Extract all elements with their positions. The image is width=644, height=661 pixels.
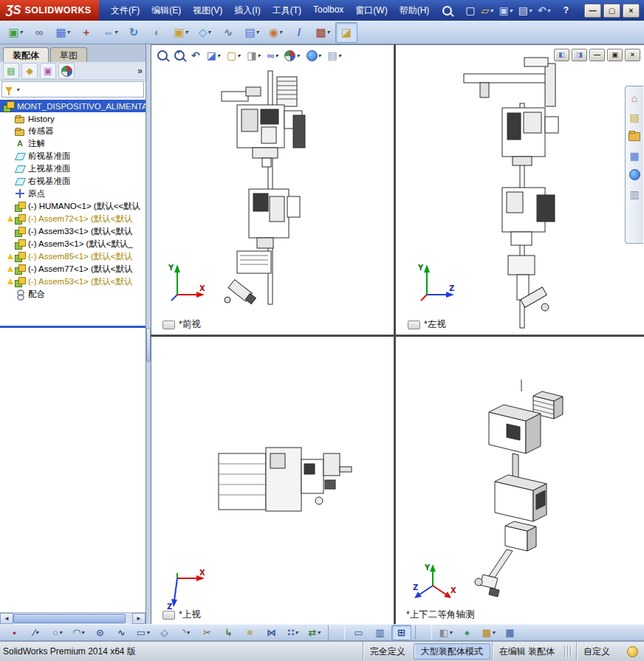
customize-menu[interactable]: 自定义 bbox=[576, 642, 617, 661]
dropdown-arrow-icon[interactable]: ▾ bbox=[449, 629, 452, 636]
tree-item-front-plane[interactable]: 前视基准面 bbox=[0, 150, 145, 162]
dropdown-arrow-icon[interactable]: ▾ bbox=[317, 629, 320, 636]
scrollbar-thumb[interactable] bbox=[13, 614, 126, 623]
view-settings-icon[interactable]: ▤▾ bbox=[327, 48, 342, 63]
dropdown-arrow-icon[interactable]: ▾ bbox=[217, 52, 220, 59]
dropdown-arrow-icon[interactable]: ▾ bbox=[295, 629, 298, 636]
bill-of-materials-icon[interactable]: ▤▾ bbox=[241, 22, 263, 43]
viewport-front[interactable]: Y X *前视 bbox=[151, 44, 394, 335]
help-button[interactable]: ? bbox=[564, 5, 569, 16]
open-icon[interactable]: ▱▾ bbox=[480, 4, 495, 16]
dropdown-arrow-icon[interactable]: ▾ bbox=[275, 52, 278, 59]
sketch-rectangle-icon[interactable]: ▭▾ bbox=[133, 625, 153, 640]
design-library-icon[interactable]: ▤ bbox=[628, 110, 642, 124]
file-explorer-icon[interactable] bbox=[628, 129, 642, 143]
dropdown-arrow-icon[interactable]: ▾ bbox=[492, 629, 495, 636]
dropdown-arrow-icon[interactable]: ▾ bbox=[318, 52, 321, 59]
tree-item-origin[interactable]: 原点 bbox=[0, 188, 145, 200]
view-palette-icon[interactable]: ▦ bbox=[628, 148, 642, 162]
dropdown-arrow-icon[interactable]: ▾ bbox=[338, 52, 341, 59]
instant3d-icon[interactable]: ◪▾ bbox=[335, 22, 357, 43]
dropdown-arrow-icon[interactable]: ▾ bbox=[146, 629, 149, 636]
mirror-entities-icon[interactable]: ⋈▾ bbox=[261, 625, 281, 640]
smart-fasteners-icon[interactable]: +▾ bbox=[75, 22, 97, 43]
move-component-icon[interactable]: ⇔▾ bbox=[99, 22, 121, 43]
dropdown-arrow-icon[interactable]: ▾ bbox=[187, 629, 190, 636]
assembly-features-icon[interactable]: ▣▾ bbox=[170, 22, 192, 43]
new-document-icon[interactable]: ▢▾ bbox=[464, 4, 476, 16]
viewport-left[interactable]: Y Z *左视 bbox=[396, 44, 644, 335]
tree-item-assem72[interactable]: (-) Assem72<1> (默认<默认 bbox=[0, 213, 145, 225]
dropdown-arrow-icon[interactable]: ▾ bbox=[490, 7, 493, 14]
sketch-line-icon[interactable]: ∕▾ bbox=[26, 625, 46, 640]
quick-tips-icon[interactable] bbox=[627, 646, 638, 657]
menu-insert[interactable]: 插入(I) bbox=[228, 1, 266, 20]
split-right-button[interactable]: ◨ bbox=[572, 49, 587, 61]
grid-button[interactable]: ▦▾ bbox=[500, 625, 520, 640]
displaymanager-tab-icon[interactable] bbox=[58, 63, 75, 79]
dropdown-arrow-icon[interactable]: ▾ bbox=[185, 29, 188, 35]
appearances-icon[interactable] bbox=[628, 168, 642, 182]
sketch-arc-icon[interactable]: ◠▾ bbox=[69, 625, 89, 640]
undo-icon[interactable]: ↶▾ bbox=[536, 4, 552, 16]
menu-window[interactable]: 窗口(W) bbox=[349, 1, 393, 20]
sketch-spline-icon[interactable]: ∿▾ bbox=[112, 625, 131, 640]
menu-toolbox[interactable]: Toolbox bbox=[307, 1, 349, 20]
explode-line-sketch-icon[interactable]: /▾ bbox=[288, 22, 310, 43]
propertymanager-tab-icon[interactable]: ◆ bbox=[21, 63, 38, 79]
tree-item-assem85[interactable]: (-) Assem85<1> (默认<默认 bbox=[0, 250, 145, 263]
interference-detection-icon[interactable]: ▩▾ bbox=[312, 22, 334, 43]
tree-item-assem53[interactable]: (-) Assem53<1> (默认<默认 bbox=[0, 275, 145, 288]
panel-horizontal-scrollbar[interactable]: ◄ ► bbox=[0, 612, 145, 624]
dropdown-arrow-icon[interactable]: ▾ bbox=[20, 29, 23, 35]
tree-item-right-plane[interactable]: 右视基准面 bbox=[0, 175, 145, 188]
dropdown-arrow-icon[interactable]: ▾ bbox=[296, 52, 299, 59]
scroll-right-arrow[interactable]: ► bbox=[132, 613, 145, 624]
dropdown-arrow-icon[interactable]: ▾ bbox=[547, 7, 550, 14]
view-orientation-icon[interactable]: ▢▾ bbox=[226, 48, 241, 63]
zoom-to-fit-icon[interactable]: ▾ bbox=[157, 48, 168, 63]
four-view-button[interactable]: ⊞▾ bbox=[391, 625, 411, 640]
exploded-view-icon[interactable]: ◉▾ bbox=[264, 22, 287, 43]
minimize-document-button[interactable]: — bbox=[589, 49, 605, 61]
save-icon[interactable]: ▣▾ bbox=[497, 4, 513, 16]
convert-entities-icon[interactable]: ↳▾ bbox=[219, 625, 239, 640]
restore-document-button[interactable]: ▣ bbox=[607, 49, 623, 61]
dropdown-arrow-icon[interactable]: ▾ bbox=[327, 29, 330, 35]
split-left-button[interactable]: ◧ bbox=[554, 49, 569, 61]
linear-component-pattern-icon[interactable]: ▦▾ bbox=[52, 22, 74, 43]
trim-entities-icon[interactable]: ✂▾ bbox=[197, 625, 217, 640]
tree-filter[interactable]: ▾ bbox=[1, 81, 144, 97]
scrollbar-track[interactable] bbox=[126, 613, 132, 624]
featuremanager-tab-icon[interactable]: ▤ bbox=[3, 63, 19, 79]
panel-overflow-button[interactable]: » bbox=[137, 66, 143, 76]
print-icon[interactable]: ▤▾ bbox=[517, 4, 533, 16]
tree-item-humano[interactable]: (-) HUMANO<1> (默认<<默认 bbox=[0, 200, 145, 213]
single-view-button[interactable]: ▭▾ bbox=[349, 625, 369, 640]
tree-item-annotations[interactable]: 注解 bbox=[0, 137, 145, 150]
sketch-fillet-icon[interactable]: ◝▾ bbox=[176, 625, 196, 640]
tree-item-mates[interactable]: 配合 bbox=[0, 288, 145, 301]
maximize-button[interactable]: ▢ bbox=[603, 4, 620, 18]
tab-sketch[interactable]: 草图 bbox=[50, 47, 87, 62]
menu-view[interactable]: 视图(V) bbox=[187, 1, 228, 20]
section-view-icon[interactable]: ◪▾ bbox=[206, 48, 221, 63]
sketch-polygon-icon[interactable]: ◇▾ bbox=[154, 625, 174, 640]
sketch-circle-icon[interactable]: ○▾ bbox=[47, 625, 67, 640]
custom-properties-icon[interactable]: ▥ bbox=[628, 187, 642, 201]
mate-icon[interactable]: ∞▾ bbox=[28, 22, 50, 43]
dropdown-arrow-icon[interactable]: ▾ bbox=[114, 29, 117, 35]
dropdown-arrow-icon[interactable]: ▾ bbox=[237, 52, 240, 59]
dropdown-arrow-icon[interactable]: ▾ bbox=[257, 52, 260, 59]
tab-assembly[interactable]: 装配体 bbox=[3, 47, 49, 62]
edit-appearance-icon[interactable]: ▾ bbox=[284, 48, 300, 63]
apply-scene-icon[interactable]: ▾ bbox=[306, 48, 322, 63]
dropdown-arrow-icon[interactable]: ▾ bbox=[208, 29, 210, 35]
tree-item-sensors[interactable]: 传感器 bbox=[0, 125, 145, 137]
offset-entities-icon[interactable]: ≡▾ bbox=[240, 625, 260, 640]
previous-view-icon[interactable]: ↶▾ bbox=[191, 48, 201, 63]
zoom-to-area-icon[interactable]: ▾ bbox=[174, 48, 185, 63]
show-hidden-components-icon[interactable]: ◐▾ bbox=[146, 22, 168, 43]
close-document-button[interactable]: × bbox=[625, 49, 640, 61]
search-icon[interactable] bbox=[442, 6, 452, 16]
